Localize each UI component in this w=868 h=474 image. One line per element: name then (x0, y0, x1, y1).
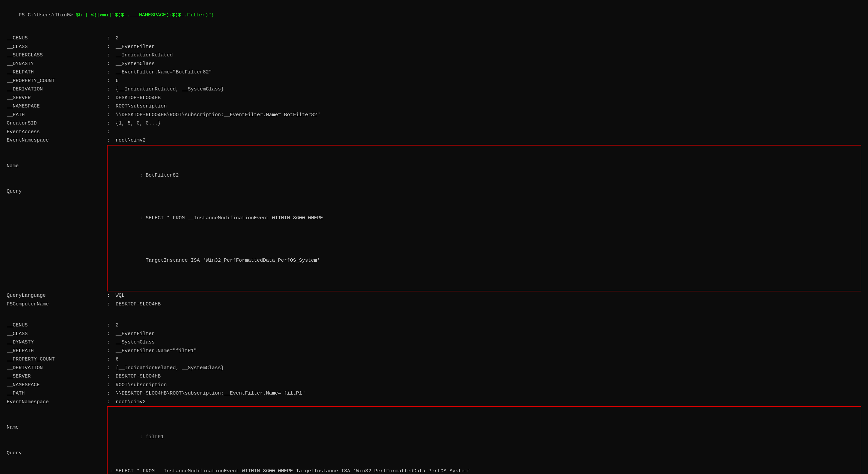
query-val-line1: : SELECT * FROM __InstanceModificationEv… (140, 215, 323, 221)
highlight-box-1: : BotFilter82 : SELECT * FROM __Instance… (107, 145, 861, 292)
eventnamespace-value-2: root\cimv2 (116, 398, 146, 407)
derivation-label-2: __DERIVATION (7, 364, 107, 373)
row-relpath-1: __RELPATH : __EventFilter.Name="BotFilte… (7, 68, 861, 77)
name-highlight-row-2: : filtP1 (110, 424, 859, 450)
row-query-label-continuation (7, 213, 107, 222)
terminal-window: PS C:\Users\Thin0> $b | %{[wmi]"$($_.___… (0, 0, 868, 474)
highlight-box-2: : filtP1 : SELECT * FROM __InstanceModif… (107, 406, 861, 474)
row-query-label-2: Query (7, 449, 107, 458)
row-superclass-1: __SUPERCLASS : __IndicationRelated (7, 51, 861, 60)
creatorsid-value-1: {1, 5, 0, 0...} (116, 119, 161, 128)
class-label-2: __CLASS (7, 330, 107, 338)
query-val-2: : SELECT * FROM __InstanceModificationEv… (110, 468, 470, 474)
path-value-2: \\DESKTOP-9LOO4HB\ROOT\subscription:__Ev… (116, 389, 305, 398)
querylanguage-value-1: WQL (116, 292, 125, 300)
superclass-value-1: __IndicationRelated (116, 51, 173, 60)
highlighted-block-2: Name Query : filtP1 : SELECT * FROM __In… (7, 406, 861, 474)
row-server-2: __SERVER : DESKTOP-9LOO4HB (7, 372, 861, 381)
server-value-1: DESKTOP-9LOO4HB (116, 94, 161, 102)
row-name-label-1: Name (7, 162, 107, 171)
genus-label-2: __GENUS (7, 321, 107, 330)
genus-value-2: 2 (116, 321, 119, 330)
server-label-2: __SERVER (7, 372, 107, 381)
derivation-value-2: {__IndicationRelated, __SystemClass} (116, 364, 224, 373)
genus-label-1: __GENUS (7, 34, 107, 43)
propcount-label-2: __PROPERTY_COUNT (7, 355, 107, 364)
row-eventnamespace-2: EventNamespace : root\cimv2 (7, 398, 861, 407)
command-text: $b | %{[wmi]"$($_.___NAMESPACE):$($_.Fil… (76, 12, 214, 18)
row-genus-2: __GENUS : 2 (7, 321, 861, 330)
row-query-label-1: Query (7, 187, 107, 196)
row-propcount-2: __PROPERTY_COUNT : 6 (7, 355, 861, 364)
genus-value-1: 2 (116, 34, 119, 43)
row-namespace-2: __NAMESPACE : ROOT\subscription (7, 381, 861, 390)
row-genus-1: __GENUS : 2 (7, 34, 861, 43)
relpath-label-2: __RELPATH (7, 347, 107, 356)
row-name-label-2: Name (7, 423, 107, 432)
dynasty-value-1: __SystemClass (116, 60, 155, 68)
derivation-value-1: {__IndicationRelated, __SystemClass} (116, 85, 224, 94)
class-value-1: __EventFilter (116, 43, 155, 52)
name-label-2: Name (7, 423, 107, 432)
row-pscomputername-1: PSComputerName : DESKTOP-9LOO4HB (7, 300, 861, 309)
relpath-value-1: __EventFilter.Name="BotFilter82" (116, 68, 212, 77)
querylanguage-label-1: QueryLanguage (7, 292, 107, 300)
namespace-label-2: __NAMESPACE (7, 381, 107, 390)
creatorsid-label-1: CreatorSID (7, 119, 107, 128)
pscomputername-value-1: DESKTOP-9LOO4HB (116, 300, 161, 309)
row-propcount-1: __PROPERTY_COUNT : 6 (7, 77, 861, 86)
highlighted-labels-2: Name Query (7, 406, 107, 474)
row-server-1: __SERVER : DESKTOP-9LOO4HB (7, 94, 861, 102)
name-label-1: Name (7, 162, 107, 171)
row-derivation-2: __DERIVATION : {__IndicationRelated, __S… (7, 364, 861, 373)
propcount-label-1: __PROPERTY_COUNT (7, 77, 107, 86)
name-val-1: BotFilter82 (146, 173, 179, 178)
row-eventnamespace-1: EventNamespace : root\cimv2 (7, 136, 861, 145)
query-label-cont (7, 213, 107, 222)
relpath-label-1: __RELPATH (7, 68, 107, 77)
query-highlight-row-2: TargetInstance ISA 'Win32_PerfFormattedD… (110, 248, 859, 274)
eventaccess-label-1: EventAccess (7, 128, 107, 137)
class-label-1: __CLASS (7, 43, 107, 52)
propcount-value-2: 6 (116, 355, 119, 364)
row-class-2: __CLASS : __EventFilter (7, 330, 861, 338)
propcount-value-1: 6 (116, 77, 119, 86)
eventnamespace-label-2: EventNamespace (7, 398, 107, 407)
row-derivation-1: __DERIVATION : {__IndicationRelated, __S… (7, 85, 861, 94)
path-label-1: __PATH (7, 111, 107, 120)
row-path-2: __PATH : \\DESKTOP-9LOO4HB\ROOT\subscrip… (7, 389, 861, 398)
superclass-label-1: __SUPERCLASS (7, 51, 107, 60)
row-namespace-1: __NAMESPACE : ROOT\subscription (7, 102, 861, 111)
query-highlight-row-1: : SELECT * FROM __InstanceModificationEv… (110, 205, 859, 231)
row-class-1: __CLASS : __EventFilter (7, 43, 861, 52)
name-highlight-row: : BotFilter82 (110, 163, 859, 189)
relpath-value-2: __EventFilter.Name="filtP1" (116, 347, 197, 356)
path-value-1: \\DESKTOP-9LOO4HB\ROOT\subscription:__Ev… (116, 111, 320, 120)
dynasty-label-2: __DYNASTY (7, 338, 107, 347)
prompt: PS C:\Users\Thin0> (19, 12, 76, 18)
query-val-line2: TargetInstance ISA 'Win32_PerfFormattedD… (140, 258, 320, 263)
row-dynasty-1: __DYNASTY : __SystemClass (7, 60, 861, 68)
wmi-block-1: __GENUS : 2 __CLASS : __EventFilter __SU… (7, 34, 861, 308)
namespace-value-2: ROOT\subscription (116, 381, 167, 390)
command-line: PS C:\Users\Thin0> $b | %{[wmi]"$($_.___… (7, 3, 861, 27)
row-creatorsid-1: CreatorSID : {1, 5, 0, 0...} (7, 119, 861, 128)
query-label-1: Query (7, 187, 107, 196)
row-querylanguage-1: QueryLanguage : WQL (7, 292, 861, 300)
eventnamespace-value-1: root\cimv2 (116, 136, 146, 145)
class-value-2: __EventFilter (116, 330, 155, 338)
eventnamespace-label-1: EventNamespace (7, 136, 107, 145)
pscomputername-label-1: PSComputerName (7, 300, 107, 309)
wmi-block-2: __GENUS : 2 __CLASS : __EventFilter __DY… (7, 321, 861, 474)
row-dynasty-2: __DYNASTY : __SystemClass (7, 338, 861, 347)
name-colon-1: : (140, 173, 146, 178)
server-value-2: DESKTOP-9LOO4HB (116, 372, 161, 381)
highlighted-labels-1: Name Query (7, 145, 107, 292)
path-label-2: __PATH (7, 389, 107, 398)
row-relpath-2: __RELPATH : __EventFilter.Name="filtP1" (7, 347, 861, 356)
namespace-label-1: __NAMESPACE (7, 102, 107, 111)
spacer-1 (7, 314, 861, 321)
server-label-1: __SERVER (7, 94, 107, 102)
query-label-2: Query (7, 449, 107, 458)
query-highlight-row-2b: : SELECT * FROM __InstanceModificationEv… (110, 467, 859, 474)
